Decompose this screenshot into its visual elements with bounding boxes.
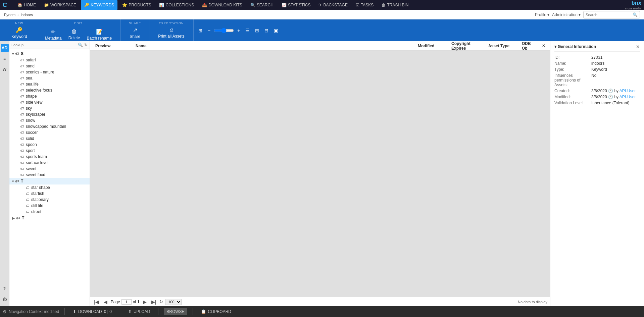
nav-statistics[interactable]: 📈 STATISTICS [278, 0, 314, 10]
breadcrumb-eyeem[interactable]: Eyeem [4, 13, 15, 17]
col-header-odb[interactable]: ODB Ob [519, 41, 539, 51]
side-strip-w-button[interactable]: W [1, 65, 9, 73]
modified-user-link[interactable]: API-User [620, 95, 636, 99]
lookup-refresh-button[interactable]: ↻ [84, 43, 88, 47]
nav-collections[interactable]: 📊 COLLECTIONS [156, 0, 197, 10]
still-life-tag-icon: 🏷 [26, 204, 29, 208]
search-button[interactable]: 🔍 [631, 11, 640, 18]
tree-item-skyscraper[interactable]: 🏷 skyscraper [9, 111, 90, 117]
nav-keywords[interactable]: 🔑 KEYWORDS [81, 0, 117, 10]
tree-item-still-life[interactable]: 🏷 still life [9, 203, 90, 209]
side-strip-power-button[interactable]: ⏻ [1, 296, 9, 304]
per-page-select[interactable]: 100 50 200 [165, 299, 182, 305]
tree-item-sea-life[interactable]: 🏷 sea life [9, 81, 90, 87]
page-prev-button[interactable]: ◀ [102, 299, 109, 305]
nav-workspace[interactable]: 📁 WORKSPACE [41, 0, 80, 10]
tree-item-solid[interactable]: 🏷 solid [9, 136, 90, 142]
tree-item-sweet-food[interactable]: 🏷 sweet food [9, 172, 90, 178]
nav-home[interactable]: 🏠 HOME [14, 0, 39, 10]
tree-item-starfish[interactable]: 🏷 starfish [9, 191, 90, 197]
page-first-button[interactable]: |◀ [93, 299, 100, 305]
page-input[interactable] [121, 299, 132, 305]
tree-item-stationary[interactable]: 🏷 stationary [9, 197, 90, 203]
sidebar-panel: 🔍 ↻ ▾ 🏷 S 🏷 safari 🏷 sand [9, 41, 90, 306]
view-details-button[interactable]: ⊟ [262, 27, 270, 35]
nav-tasks[interactable]: ☑ TASKS [352, 0, 377, 10]
download-kits-icon: 📥 [202, 3, 207, 7]
profile-button[interactable]: Profile ▾ [535, 12, 549, 17]
nav-backstage[interactable]: ✈ BACKSTAGE [315, 0, 351, 10]
lookup-input[interactable] [11, 43, 77, 47]
nav-search[interactable]: 🔍 SEARCH [247, 0, 277, 10]
page-last-button[interactable]: ▶| [150, 299, 158, 305]
view-panel-button[interactable]: ▣ [272, 27, 280, 35]
created-user-link[interactable]: API-User [620, 89, 636, 93]
tree-item-snowcapped-mountain[interactable]: 🏷 snowcapped mountain [9, 123, 90, 129]
col-header-name[interactable]: Name [133, 44, 415, 48]
tree-item-scenics-nature[interactable]: 🏷 scenics - nature [9, 69, 90, 75]
col-header-preview[interactable]: Preview [93, 44, 133, 48]
pagination-bar: |◀ ◀ Page of 1 ▶ ▶| ↻ 100 50 200 No data… [90, 297, 550, 306]
keywords-icon: 🔑 [84, 3, 89, 7]
administration-button[interactable]: Administration ▾ [552, 12, 581, 17]
tree-item-snow[interactable]: 🏷 snow [9, 117, 90, 123]
tree-item-star-shape[interactable]: 🏷 star shape [9, 184, 90, 191]
side-strip-ad-button[interactable]: AD [1, 44, 9, 52]
view-list-button[interactable]: ☰ [243, 27, 252, 35]
clipboard-section[interactable]: 📋 CLIPBOARD [198, 308, 234, 315]
zoom-slider[interactable] [214, 28, 234, 33]
col-header-close[interactable]: ✕ [539, 44, 547, 48]
tree-item-sand[interactable]: 🏷 sand [9, 63, 90, 69]
nav-download-kits[interactable]: 📥 DOWNLOAD KITS [199, 0, 246, 10]
right-panel-close-button[interactable]: ✕ [636, 44, 640, 49]
lookup-search-button[interactable]: 🔍 [78, 43, 83, 47]
side-strip-help-button[interactable]: ? [1, 285, 9, 293]
metadata-button[interactable]: ✏ Metadata [42, 27, 65, 43]
view-zoom-in-button[interactable]: + [235, 27, 242, 35]
download-section[interactable]: ⬇ DOWNLOAD 0 | 0 [70, 308, 114, 315]
tree-item-street[interactable]: 🏷 street [9, 209, 90, 215]
col-header-copyright[interactable]: Copyright Expires [449, 41, 486, 51]
tree-item-spoon[interactable]: 🏷 spoon [9, 142, 90, 148]
batch-rename-button[interactable]: 📝 Batch rename [83, 27, 115, 43]
delete-button[interactable]: 🗑 Delete [65, 27, 84, 43]
nav-trash-bin[interactable]: 🗑 TRASH BIN [378, 0, 412, 10]
upload-section[interactable]: ⬆ UPLOAD [126, 308, 153, 315]
tree-item-safari[interactable]: 🏷 safari [9, 57, 90, 63]
tree-section-t-expanded[interactable]: ▾ 🏷 T [9, 178, 90, 184]
nav-products[interactable]: ⭐ PRODUCTS [119, 0, 154, 10]
s-tag-icon: 🏷 [15, 52, 19, 56]
view-zoom-out-button[interactable]: − [206, 27, 212, 35]
tree-section-s[interactable]: ▾ 🏷 S [9, 50, 90, 57]
page-next-button[interactable]: ▶ [142, 299, 148, 305]
tree-item-sky[interactable]: 🏷 sky [9, 105, 90, 111]
share-button[interactable]: ↗ Share [126, 25, 144, 41]
tree-item-soccer[interactable]: 🏷 soccer [9, 129, 90, 136]
tree-section-t-collapsed[interactable]: ▶ 🏷 T [9, 215, 90, 221]
sea-tag-icon: 🏷 [20, 76, 24, 80]
right-panel: ▾ General Information ✕ ID: 27031 Name: … [550, 41, 644, 306]
tree-item-sports-team[interactable]: 🏷 sports team [9, 154, 90, 160]
tree-item-sweet[interactable]: 🏷 sweet [9, 166, 90, 172]
col-header-assettype[interactable]: Asset Type [486, 44, 519, 48]
modified-clock-icon: 🕐 [608, 95, 614, 99]
keyword-button[interactable]: 🔑 Keyword [8, 25, 31, 41]
tree-item-selective-focus[interactable]: 🏷 selective focus [9, 87, 90, 93]
sports-team-tag-icon: 🏷 [20, 155, 24, 159]
side-strip-layers-button[interactable]: ≡ [1, 55, 9, 63]
view-fit-button[interactable]: ⊞ [196, 27, 204, 35]
snow-tag-icon: 🏷 [20, 118, 24, 122]
tree-item-sport[interactable]: 🏷 sport [9, 148, 90, 154]
info-row-type: Type: Keyword [554, 67, 640, 72]
col-header-modified[interactable]: Modified [415, 44, 449, 48]
browse-section[interactable]: BROWSE [164, 308, 187, 315]
tree-item-surface-level[interactable]: 🏷 surface level [9, 160, 90, 166]
search-input[interactable] [584, 12, 631, 18]
print-all-assets-button[interactable]: 🖨 Print all Assets [155, 25, 188, 41]
created-clock-icon: 🕐 [608, 89, 614, 93]
view-grid-button[interactable]: ⊞ [253, 27, 261, 35]
tree-item-shape[interactable]: 🏷 shape [9, 93, 90, 99]
tree-item-side-view[interactable]: 🏷 side view [9, 99, 90, 105]
tree-item-sea[interactable]: 🏷 sea [9, 75, 90, 81]
pagination-refresh-button[interactable]: ↻ [159, 299, 163, 304]
